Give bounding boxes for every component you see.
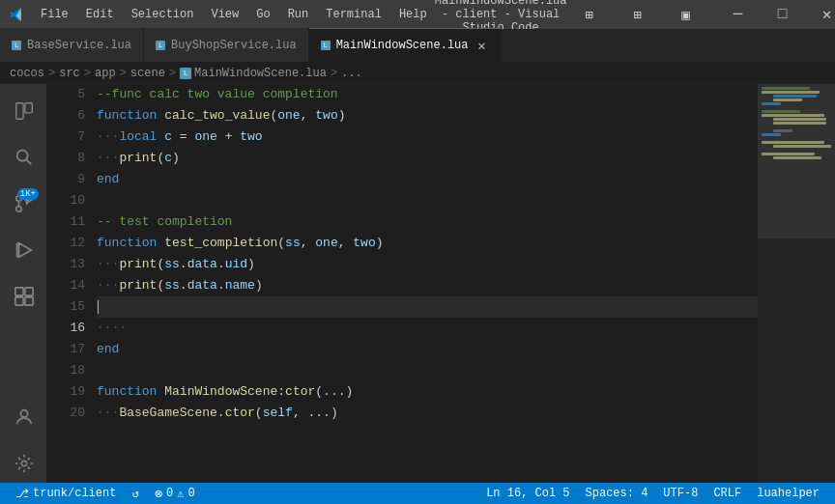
code-line-19: function MainWindowScene:ctor(...) — [97, 381, 758, 403]
warning-count: 0 — [188, 487, 195, 500]
eol-text: CRLF — [713, 487, 741, 500]
line-num-5: 5 — [46, 84, 85, 105]
breadcrumb-symbol[interactable]: ... — [341, 67, 362, 80]
menu-help[interactable]: Help — [391, 6, 435, 23]
svg-point-15 — [21, 461, 27, 466]
status-branch[interactable]: ⎇ trunk/client — [8, 483, 124, 504]
code-line-7: ···local c = one + two — [97, 126, 758, 148]
menu-edit[interactable]: Edit — [78, 6, 122, 23]
status-sync[interactable]: ↺ — [124, 483, 146, 504]
broadcast-button[interactable]: ⊞ — [616, 0, 660, 29]
breadcrumb-part[interactable]: src — [59, 67, 80, 80]
minimap[interactable] — [758, 84, 835, 483]
activity-source-control[interactable]: 1K+ — [4, 184, 43, 223]
activity-bar: 1K+ — [0, 84, 46, 483]
tab-main-window-scene[interactable]: L MainWindowScene.lua ✕ — [309, 28, 503, 62]
tab-buy-shop-service[interactable]: L BuyShopService.lua — [144, 28, 309, 62]
svg-rect-1 — [25, 103, 32, 113]
code-line-17: end — [97, 339, 758, 360]
error-icon: ⊗ — [155, 486, 162, 502]
line-num-15: 15 — [46, 296, 85, 318]
svg-rect-11 — [25, 288, 33, 295]
status-encoding[interactable]: UTF-8 — [655, 483, 705, 504]
branch-icon: ⎇ — [15, 487, 29, 501]
code-line-13: ···print(ss.data.uid) — [97, 254, 758, 275]
svg-point-14 — [20, 410, 27, 417]
breadcrumb-part[interactable]: app — [95, 67, 116, 80]
text-cursor — [98, 300, 99, 314]
line-num-13: 13 — [46, 254, 85, 275]
lua-file-icon: L — [180, 68, 191, 79]
code-line-10 — [97, 190, 758, 211]
code-editor[interactable]: 5 6 7 8 9 10 11 12 13 14 15 16 17 18 19 … — [46, 84, 758, 483]
line-num-7: 7 — [46, 126, 85, 148]
remote-explorer-button[interactable]: ⊞ — [567, 0, 612, 29]
breadcrumb-file[interactable]: L MainWindowScene.lua — [180, 67, 327, 80]
activity-accounts[interactable] — [4, 398, 43, 436]
sync-icon: ↺ — [131, 487, 138, 501]
status-language[interactable]: luahelper — [749, 483, 827, 504]
source-control-badge: 1K+ — [17, 188, 39, 200]
language-text: luahelper — [757, 487, 820, 500]
breadcrumb-part[interactable]: cocos — [10, 67, 44, 80]
breadcrumb-sep: > — [84, 67, 91, 80]
menu-run[interactable]: Run — [280, 6, 317, 23]
menu-go[interactable]: Go — [248, 6, 277, 23]
line-numbers: 5 6 7 8 9 10 11 12 13 14 15 16 17 18 19 … — [46, 84, 93, 483]
tab-close-button[interactable]: ✕ — [474, 38, 489, 53]
main-area: 1K+ — [0, 84, 835, 483]
menu-selection[interactable]: Selection — [124, 6, 202, 23]
minimap-content — [758, 84, 835, 483]
menu-terminal[interactable]: Terminal — [318, 6, 389, 23]
code-line-18 — [97, 360, 758, 381]
code-line-8: ···print(c) — [97, 148, 758, 169]
error-count: 0 — [166, 487, 173, 500]
svg-point-6 — [16, 207, 22, 212]
lua-file-icon: L — [12, 41, 21, 50]
activity-explorer[interactable] — [4, 92, 43, 130]
line-num-8: 8 — [46, 148, 85, 169]
status-eol[interactable]: CRLF — [705, 483, 749, 504]
breadcrumb-sep: > — [48, 67, 55, 80]
tab-base-service[interactable]: L BaseService.lua — [0, 28, 144, 62]
layout-button[interactable]: ▣ — [664, 0, 708, 29]
line-num-16: 16 — [46, 318, 85, 339]
svg-marker-8 — [19, 243, 32, 258]
minimize-button[interactable]: ─ — [716, 0, 761, 29]
code-line-5: --func calc two value completion — [97, 84, 758, 105]
code-lines: --func calc two value completion functio… — [93, 84, 758, 483]
maximize-button[interactable]: □ — [761, 0, 805, 29]
menu-file[interactable]: File — [33, 6, 76, 23]
close-button[interactable]: ✕ — [805, 0, 835, 29]
tab-label: BuyShopService.lua — [171, 39, 297, 52]
breadcrumb-part[interactable]: scene — [130, 67, 165, 80]
menu-view[interactable]: View — [203, 6, 246, 23]
warning-icon: ⚠ — [177, 487, 184, 501]
status-cursor-pos[interactable]: Ln 16, Col 5 — [478, 483, 577, 504]
branch-name: trunk/client — [33, 487, 116, 500]
line-num-19: 19 — [46, 381, 85, 403]
activity-settings[interactable] — [4, 444, 43, 483]
editor-area: 5 6 7 8 9 10 11 12 13 14 15 16 17 18 19 … — [46, 84, 835, 483]
breadcrumb-sep: > — [120, 67, 127, 80]
code-content: 5 6 7 8 9 10 11 12 13 14 15 16 17 18 19 … — [46, 84, 758, 483]
indent-info: Spaces: 4 — [586, 487, 648, 500]
line-num-6: 6 — [46, 105, 85, 126]
status-spaces[interactable]: Spaces: 4 — [578, 483, 656, 504]
svg-point-2 — [17, 151, 28, 161]
svg-rect-12 — [15, 297, 23, 305]
encoding-text: UTF-8 — [663, 487, 698, 500]
svg-rect-13 — [25, 297, 33, 305]
breadcrumb-sep: > — [169, 67, 176, 80]
line-num-12: 12 — [46, 233, 85, 254]
code-line-12: function test_completion(ss, one, two) — [97, 233, 758, 254]
activity-run[interactable] — [4, 231, 43, 269]
code-line-16: ···· — [97, 318, 758, 339]
status-errors[interactable]: ⊗ 0 ⚠ 0 — [147, 483, 203, 504]
activity-search[interactable] — [4, 138, 43, 177]
status-bar: ⎇ trunk/client ↺ ⊗ 0 ⚠ 0 Ln 16, Col 5 Sp… — [0, 483, 835, 504]
menu-bar: File Edit Selection View Go Run Terminal… — [33, 6, 435, 23]
breadcrumb: cocos > src > app > scene > L MainWindow… — [0, 63, 835, 84]
line-num-10: 10 — [46, 190, 85, 211]
activity-extensions[interactable] — [4, 277, 43, 316]
